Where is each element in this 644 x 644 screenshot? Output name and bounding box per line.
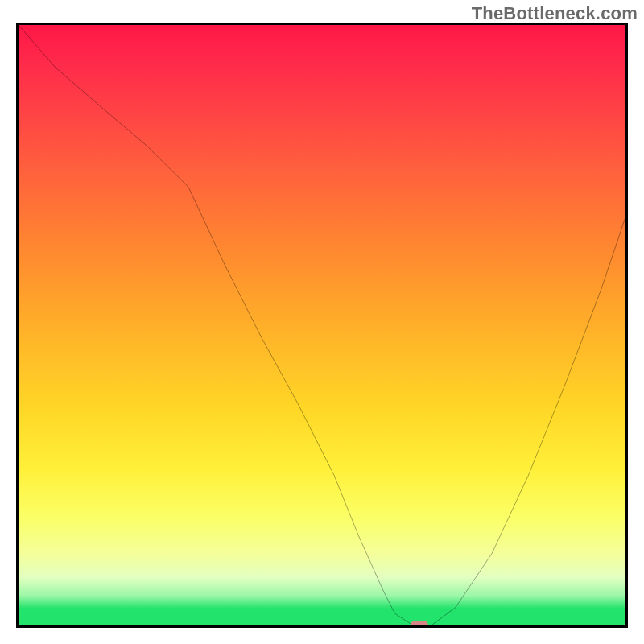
bottleneck-curve-path	[19, 25, 625, 625]
watermark-text: TheBottleneck.com	[472, 3, 638, 24]
optimal-marker	[411, 621, 428, 628]
plot-area	[16, 23, 628, 628]
curve-svg	[19, 25, 625, 625]
chart-container: TheBottleneck.com	[0, 0, 644, 644]
